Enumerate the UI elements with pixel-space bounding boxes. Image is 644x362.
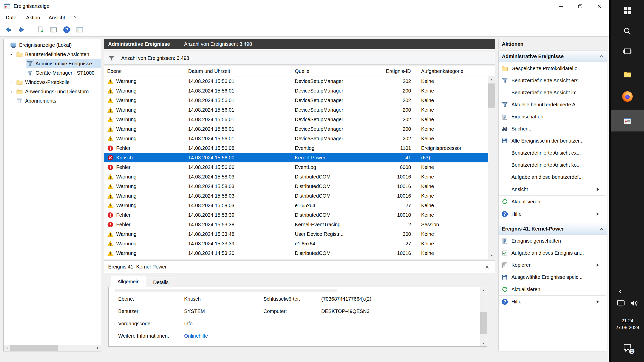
action-item[interactable]: Suchen...	[499, 123, 607, 135]
export-list-button[interactable]	[35, 24, 46, 35]
tree-item[interactable]: Windows-Protokolle	[4, 78, 101, 87]
action-item[interactable]: Benutzerdefinierte Ansicht ex...	[499, 147, 607, 159]
scroll-up-button[interactable]	[480, 287, 487, 294]
action-pane-toggle-button[interactable]	[74, 24, 86, 35]
scroll-right-button[interactable]	[94, 345, 101, 351]
action-item[interactable]: Aktuelle benutzerdefinierte A...	[499, 99, 607, 111]
event-row[interactable]: Warnung14.08.2024 15:56:01DeviceSetupMan…	[104, 115, 488, 124]
tree-item[interactable]: Abonnements	[4, 96, 101, 106]
scroll-down-button[interactable]	[480, 340, 487, 346]
event-row[interactable]: Fehler14.08.2024 15:53:38Kernel-EventTra…	[104, 220, 488, 229]
taskbar-start-button[interactable]	[611, 4, 644, 18]
event-row[interactable]: Warnung14.08.2024 15:33:48User Device Re…	[104, 229, 488, 239]
event-row[interactable]: Kritisch14.08.2024 15:56:00Kernel-Power4…	[104, 153, 488, 162]
action-item[interactable]: ?Hilfe	[499, 296, 607, 308]
minimize-button[interactable]	[551, 0, 571, 12]
scrollbar-thumb[interactable]	[488, 83, 495, 108]
action-item[interactable]: Ansicht	[499, 183, 607, 195]
scroll-up-button[interactable]	[488, 76, 495, 83]
action-item[interactable]: Eigenschaften	[499, 111, 607, 123]
action-item[interactable]: Aufgabe an diese benutzerdef...	[499, 171, 607, 183]
event-row[interactable]: Warnung14.08.2024 15:56:01DeviceSetupMan…	[104, 134, 488, 143]
action-item[interactable]: Ereigniseigenschaften	[499, 235, 607, 247]
source-cell: DeviceSetupManager	[292, 105, 367, 115]
tree-item[interactable]: Administrative Ereignisse	[4, 59, 101, 68]
action-center-button[interactable]: 2	[622, 343, 632, 353]
action-item[interactable]: Aktualisieren	[499, 283, 607, 295]
taskbar-task-view-button[interactable]	[611, 44, 644, 58]
close-button[interactable]	[590, 0, 609, 12]
menu-aktion[interactable]: Aktion	[22, 15, 45, 21]
action-item[interactable]: Gespeicherte Protokolldatei ö...	[499, 62, 607, 74]
volume-button[interactable]	[629, 299, 638, 308]
event-list-scrollbar[interactable]	[488, 76, 495, 259]
collapse-section-icon[interactable]	[599, 226, 604, 232]
forward-button[interactable]	[16, 24, 27, 35]
console-tree-toggle-button[interactable]	[48, 24, 59, 35]
menu-datei[interactable]: Datei	[2, 15, 22, 21]
column-header[interactable]: Ebene	[104, 66, 185, 76]
event-row[interactable]: Fehler14.08.2024 15:56:06EventLog6008Kei…	[104, 162, 488, 172]
help-button[interactable]: ?	[61, 24, 72, 35]
network-button[interactable]	[616, 299, 625, 308]
taskbar-firefox-button[interactable]	[611, 89, 644, 104]
column-header[interactable]: Datum und Uhrzeit	[185, 66, 292, 76]
collapse-icon[interactable]	[9, 51, 16, 58]
action-item[interactable]: Benutzerdefinierte Ansicht ers...	[499, 74, 607, 86]
scrollbar-thumb[interactable]	[10, 345, 58, 351]
action-item[interactable]: Benutzerdefinierte Ansicht im...	[499, 86, 607, 99]
action-item[interactable]: Benutzerdefinierte Ansicht ko...	[499, 159, 607, 171]
action-item[interactable]: ?Hilfe	[499, 208, 607, 220]
action-item[interactable]: Ausgewählte Ereignisse speic...	[499, 271, 607, 283]
taskbar-file-explorer-button[interactable]	[611, 67, 644, 81]
tab-allgemein[interactable]: Allgemein	[111, 276, 146, 287]
details-link[interactable]: Onlinehilfe	[184, 333, 263, 339]
filter-count-label: Anzahl von Ereignissen: 3.498	[121, 55, 189, 61]
tree-root-item[interactable]: Ereignisanzeige (Lokal)	[4, 40, 101, 50]
scroll-left-button[interactable]	[4, 345, 10, 351]
action-section-header[interactable]: Ereignis 41, Kernel-Power	[499, 223, 607, 235]
column-header[interactable]: Quelle	[292, 66, 367, 76]
scrollbar-thumb[interactable]	[480, 312, 487, 334]
tree-item[interactable]: Benutzerdefinierte Ansichten	[4, 50, 101, 59]
column-header[interactable]: Aufgabenkategorie	[415, 66, 488, 76]
details-close-button[interactable]	[483, 264, 491, 270]
expand-icon[interactable]	[9, 79, 16, 86]
column-header[interactable]: Ereignis-ID	[367, 66, 415, 76]
action-item[interactable]: Aktualisieren	[499, 196, 607, 208]
details-scrollbar[interactable]	[480, 287, 487, 346]
action-section-header[interactable]: Administrative Ereignisse	[499, 51, 607, 62]
taskbar-search-button[interactable]	[611, 24, 644, 38]
event-row[interactable]: Warnung14.08.2024 15:58:03e1i65x6427Kein…	[104, 201, 488, 210]
event-row[interactable]: Warnung14.08.2024 15:56:01DeviceSetupMan…	[104, 86, 488, 96]
tree-horizontal-scrollbar[interactable]	[4, 345, 101, 351]
event-row[interactable]: Warnung14.08.2024 14:53:20DistributedCOM…	[104, 248, 488, 258]
expand-icon[interactable]	[9, 88, 16, 95]
event-row[interactable]: Warnung14.08.2024 15:58:03DistributedCOM…	[104, 172, 488, 182]
event-row[interactable]: Fehler14.08.2024 15:53:39DistributedCOM1…	[104, 210, 488, 220]
event-row[interactable]: Warnung14.08.2024 15:58:03DistributedCOM…	[104, 182, 488, 191]
event-row[interactable]: Warnung14.08.2024 15:56:01DeviceSetupMan…	[104, 105, 488, 115]
tree-item[interactable]: Geräte-Manager - ST1000	[4, 68, 101, 78]
event-row[interactable]: Warnung14.08.2024 15:56:01DeviceSetupMan…	[104, 96, 488, 105]
event-row[interactable]: Warnung14.08.2024 15:33:39e1i65x6427Kein…	[104, 239, 488, 248]
tab-details[interactable]: Details	[147, 277, 175, 287]
restore-button[interactable]	[571, 0, 590, 12]
menu-ansicht[interactable]: Ansicht	[44, 15, 69, 21]
event-row[interactable]: Warnung14.08.2024 15:56:01DeviceSetupMan…	[104, 76, 488, 86]
taskbar-clock[interactable]: 21:24 27.08.2024	[611, 317, 644, 331]
action-item[interactable]: Kopieren	[499, 259, 607, 271]
event-row[interactable]: Warnung14.08.2024 15:56:01DeviceSetupMan…	[104, 124, 488, 134]
scroll-down-button[interactable]	[488, 252, 495, 259]
source-cell: DeviceSetupManager	[292, 134, 367, 143]
tree-item[interactable]: Anwendungs- und Dienstpro	[4, 87, 101, 96]
taskbar-event-viewer-button[interactable]	[611, 110, 644, 131]
menu-help[interactable]: ?	[69, 15, 81, 21]
event-row[interactable]: Warnung14.08.2024 15:58:03DistributedCOM…	[104, 191, 488, 201]
show-hidden-icons-button[interactable]	[615, 287, 626, 297]
action-item[interactable]: Alle Ereignisse in der benutzer...	[499, 135, 607, 147]
action-item[interactable]: Aufgabe an dieses Ereignis an...	[499, 247, 607, 259]
back-button[interactable]	[3, 24, 14, 35]
event-row[interactable]: Fehler14.08.2024 15:56:08Eventlog1101Ere…	[104, 143, 488, 153]
collapse-section-icon[interactable]	[599, 54, 604, 59]
